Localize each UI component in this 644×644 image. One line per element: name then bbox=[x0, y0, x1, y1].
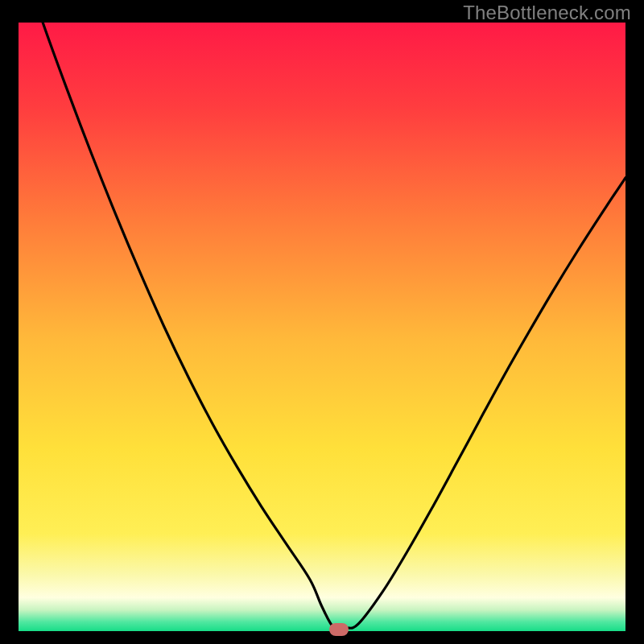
chart-frame: TheBottleneck.com bbox=[0, 0, 644, 644]
gradient-background bbox=[19, 23, 625, 631]
plot-svg bbox=[19, 23, 625, 631]
attribution-label: TheBottleneck.com bbox=[463, 2, 631, 24]
plot-area bbox=[19, 23, 625, 631]
optimal-marker bbox=[329, 623, 349, 636]
